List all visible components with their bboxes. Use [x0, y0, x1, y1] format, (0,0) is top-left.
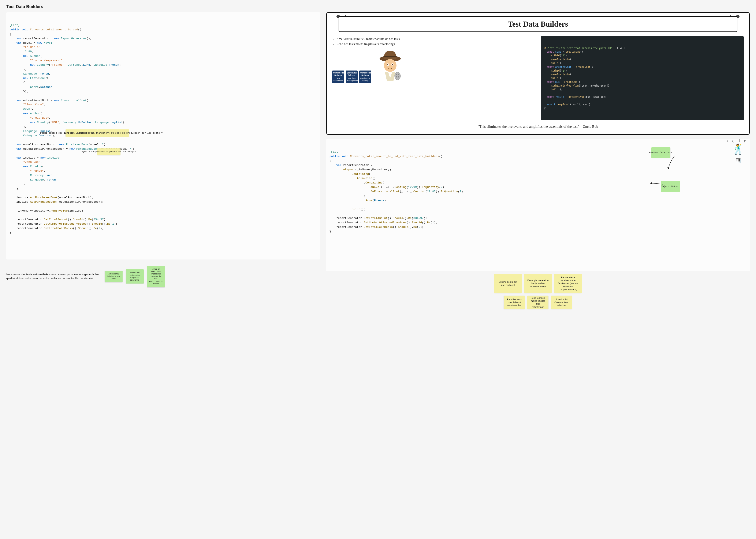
svg-point-11 — [398, 76, 399, 77]
book-icon: Continuous DeliveryTest data management — [346, 70, 358, 83]
dark-code-block: it("returns the seat that matches the gi… — [541, 36, 744, 120]
poster-title: Test Data Builders — [345, 20, 730, 29]
svg-point-4 — [387, 64, 388, 65]
bullet-item: Améliorer la lisibilité / maintenabilité… — [336, 36, 535, 41]
yellow-sticky-row-1: Elimine ce qui est non pertinent Découpl… — [326, 274, 750, 293]
sticky-green-3: Mettre en avant ce qui impacte les résul… — [147, 266, 165, 287]
bottom-left-text: Nous avons des tests automatisés mais co… — [6, 273, 101, 280]
svg-point-9 — [398, 74, 399, 75]
sticky-note: Rend les tests plus lisibles / maintenab… — [504, 296, 525, 309]
svg-point-10 — [396, 76, 397, 77]
avatar-illustration — [376, 48, 404, 83]
bottom-left-row: Nous avons des tests automatisés mais co… — [6, 266, 320, 287]
poster: Test Data Builders Améliorer la lisibili… — [326, 12, 750, 135]
poster-banner: Test Data Builders — [338, 16, 737, 32]
sticky-note: Elimine ce qui est non pertinent — [494, 274, 521, 293]
right-code-block: [Fact] public void Converts_total_amount… — [326, 139, 750, 271]
svg-point-8 — [396, 74, 397, 75]
sticky-green-2: Rendre nos tests moins fragiles au refac… — [126, 270, 144, 283]
txt-b1: tests automatisés — [26, 273, 48, 276]
svg-point-2 — [384, 59, 397, 72]
poster-bullets: Améliorer la lisibilité / maintenabilité… — [332, 36, 535, 46]
svg-point-7 — [395, 72, 401, 80]
detective-icon — [376, 48, 404, 82]
sticky-note: Permet de se focaliser sur le fonctionne… — [554, 274, 582, 293]
books-row: Continuous DeliveryTest automation Conti… — [332, 70, 371, 83]
svg-rect-1 — [384, 56, 397, 57]
txt: Nous avons des — [6, 273, 26, 276]
left-code-block: [Fact] public void Converts_total_amount… — [6, 12, 320, 260]
txt: mais comment pouvons-nous — [48, 273, 84, 276]
txt: et donc notre renforcer notre confiance … — [15, 277, 95, 280]
sticky-question-3: Ajout / suppression de paramètres par ex… — [97, 148, 121, 155]
dancing-icon: 🕺🎹 — [732, 142, 744, 164]
yellow-sticky-row-2: Rend les tests plus lisibles / maintenab… — [326, 296, 750, 309]
sticky-note: Découple la création d'objet de leur imp… — [524, 274, 552, 293]
label-object-mother: Object Mother — [661, 181, 680, 192]
svg-point-6 — [392, 64, 393, 65]
sticky-note: 1 seul point d'interception : le builder — [551, 296, 572, 309]
book-icon: Continuous DeliveryContinuous delivery — [359, 70, 371, 83]
sticky-green-1: Améliorer la lisibilité de nos tests — [105, 270, 123, 282]
label-random-fake-data: Random fake data — [651, 147, 670, 158]
sticky-question-2: Quel est l'impact d'un changement du cod… — [97, 129, 129, 137]
sticky-note: Rend les tests moins fragiles aux refact… — [527, 296, 548, 309]
bullet-item: Rend nos tests moins fragiles aux refact… — [336, 41, 535, 46]
poster-quote: "This eliminates the irrelevant, and amp… — [332, 124, 744, 129]
book-icon: Continuous DeliveryTest automation — [332, 70, 344, 83]
page-title: Test Data Builders — [6, 4, 750, 9]
